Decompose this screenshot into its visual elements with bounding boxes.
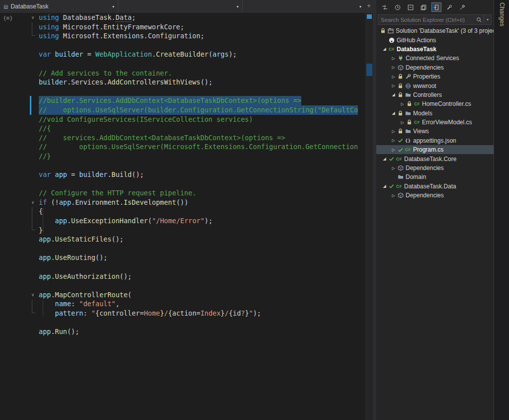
folder-icon	[397, 173, 404, 180]
code-line[interactable]: builder.Services.AddControllersWithViews…	[39, 78, 365, 87]
code-line[interactable]	[39, 41, 365, 50]
code-line[interactable]	[39, 262, 365, 272]
code-line[interactable]: //}	[39, 152, 365, 161]
tools-icon[interactable]	[457, 2, 467, 12]
types-dropdown[interactable]: ▾	[118, 0, 243, 13]
tree-item[interactable]: GitHub Actions	[376, 35, 494, 44]
code-line[interactable]	[39, 281, 365, 290]
code-line[interactable]: //builder.Services.AddDbContext<Database…	[39, 96, 365, 105]
tree-item[interactable]: ▷Dependencies	[376, 164, 494, 172]
properties-pages-icon[interactable]	[419, 2, 428, 12]
tree-item[interactable]: ◢C#DatabaseTask.Core	[376, 154, 494, 163]
tree-item[interactable]: ▷Properties	[376, 72, 494, 81]
wrench-icon[interactable]	[444, 2, 454, 12]
code-line[interactable]: app.UseStaticFiles();	[39, 235, 365, 244]
editor-scrollbar[interactable]	[365, 13, 373, 420]
tree-item[interactable]: ◢C#DatabaseTask.Data	[376, 182, 494, 191]
tree-expander-icon[interactable]: ◢	[381, 47, 388, 51]
code-line[interactable]: //void ConfigureServices(IServiceCollect…	[39, 115, 365, 124]
sync-with-active-document-icon[interactable]	[431, 2, 441, 12]
code-line[interactable]: app.UseExceptionHandler("/Home/Error");	[39, 216, 365, 226]
tree-item[interactable]: ▷C#HomeController.cs	[376, 99, 494, 108]
tree-expander-icon[interactable]: ▷	[390, 166, 397, 170]
code-line[interactable]	[39, 59, 365, 69]
tree-item[interactable]: ▷C#Program.cs	[376, 145, 494, 154]
tab-changes[interactable]: Changes	[499, 2, 506, 26]
code-line[interactable]	[39, 244, 365, 253]
code-line[interactable]: app.UseAuthorization();	[39, 272, 365, 281]
code-line[interactable]: // Add services to the container.	[39, 69, 365, 78]
tree-expander-icon[interactable]: ▷	[390, 138, 397, 143]
tree-item-label: Connected Services	[406, 55, 459, 62]
code-line[interactable]: // options.UseSqlServer(Microsoft.Extens…	[39, 142, 365, 152]
tree-expander-icon[interactable]: ▷	[390, 75, 397, 79]
tree-expander-icon[interactable]: ▷	[390, 65, 397, 70]
split-window-icon[interactable]: +	[365, 1, 372, 10]
tree-item[interactable]: ▷{}appsettings.json	[376, 136, 494, 145]
code-line[interactable]: // options.UseSqlServer(builder.Configur…	[39, 105, 365, 115]
search-icon[interactable]	[475, 15, 484, 24]
switch-views-icon[interactable]	[380, 2, 390, 12]
tree-expander-icon[interactable]: ◢	[381, 184, 388, 188]
code-line[interactable]	[39, 179, 365, 189]
panel-splitter[interactable]	[373, 0, 376, 420]
tree-expander-icon[interactable]: ▷	[399, 102, 406, 106]
code-line[interactable]: app.Run();	[39, 327, 365, 336]
tree-expander-icon[interactable]: ▷	[399, 120, 406, 125]
tree-item[interactable]: ◢Controllers	[376, 90, 494, 99]
code-line[interactable]: pattern: "{controller=Home}/{action=Inde…	[39, 309, 365, 318]
pending-changes-icon[interactable]	[393, 2, 403, 12]
code-line[interactable]: // Configure the HTTP request pipeline.	[39, 188, 365, 198]
tree-item-label: appsettings.json	[413, 137, 456, 144]
tree-item[interactable]: ▷C#ErrorViewModel.cs	[376, 118, 494, 127]
code-line[interactable]: using Microsoft.EntityFrameworkCore;	[39, 22, 365, 32]
code-line[interactable]: // services.AddDbContext<DatabaseTaskDbC…	[39, 133, 365, 143]
tree-item[interactable]: ▷Connected Services	[376, 54, 494, 63]
tree-expander-icon[interactable]: ▷	[390, 148, 397, 152]
collapse-all-icon[interactable]	[406, 2, 416, 12]
project-dropdown[interactable]: ▤ DatabaseTask ▾	[0, 0, 118, 13]
code-line[interactable]: //{	[39, 124, 365, 133]
search-input[interactable]	[378, 17, 475, 23]
code-area[interactable]: using DatabaseTask.Data;using Microsoft.…	[39, 13, 365, 420]
indent-guide-line	[43, 301, 43, 316]
code-line[interactable]: var app = builder.Build();	[39, 170, 365, 179]
tree-item[interactable]: ▷Dependencies	[376, 63, 494, 72]
lock-icon	[397, 83, 404, 89]
fold-chevron-icon[interactable]: ∨	[29, 291, 37, 299]
scrollbar-thumb[interactable]	[366, 64, 372, 76]
code-line[interactable]: using DatabaseTask.Data;	[39, 13, 365, 22]
code-line[interactable]	[39, 87, 365, 96]
tree-expander-icon[interactable]: ◢	[381, 157, 388, 161]
code-line[interactable]: name: "default",	[39, 299, 365, 309]
tree-expander-icon[interactable]: ▷	[390, 129, 397, 134]
code-line[interactable]	[39, 318, 365, 328]
tree-expander-icon[interactable]: ▷	[390, 56, 397, 61]
code-line[interactable]: }	[39, 226, 365, 235]
code-line[interactable]: app.UseRouting();	[39, 253, 365, 262]
code-line[interactable]: if (!app.Environment.IsDevelopment())	[39, 198, 365, 207]
fold-chevron-icon[interactable]: ∨	[29, 199, 37, 207]
chevron-down-icon: ▾	[359, 4, 361, 9]
search-options-caret-icon[interactable]: ▾	[484, 15, 491, 24]
tree-expander-icon[interactable]: ◢	[390, 92, 397, 97]
tree-expander-icon[interactable]: ◢	[390, 111, 397, 115]
code-line[interactable]: using Microsoft.Extensions.Configuration…	[39, 31, 365, 41]
tree-expander-icon[interactable]: ▷	[390, 84, 397, 88]
code-line[interactable]: {	[39, 207, 365, 216]
tree-expander-icon[interactable]: ▷	[390, 193, 397, 198]
code-line[interactable]: var builder = WebApplication.CreateBuild…	[39, 50, 365, 59]
chevron-down-icon: ▾	[112, 4, 114, 9]
tree-item[interactable]: ◢Models	[376, 109, 494, 118]
code-line[interactable]	[39, 161, 365, 170]
fold-chevron-icon[interactable]: ∨	[29, 14, 37, 22]
tree-item[interactable]: ▷wwwroot	[376, 81, 494, 90]
members-dropdown[interactable]: ▾	[243, 0, 365, 13]
tree-item[interactable]: ▷Views	[376, 127, 494, 136]
tree-item[interactable]: Solution 'DatabaseTask' (3 of 3 projects…	[376, 26, 494, 35]
code-outline-icon[interactable]: {≡}	[3, 15, 13, 21]
tree-item[interactable]: ◢C#DatabaseTask	[376, 45, 494, 54]
tree-item[interactable]: Domain	[376, 172, 494, 181]
code-line[interactable]: app.MapControllerRoute(	[39, 290, 365, 300]
tree-item[interactable]: ▷Dependencies	[376, 191, 494, 200]
